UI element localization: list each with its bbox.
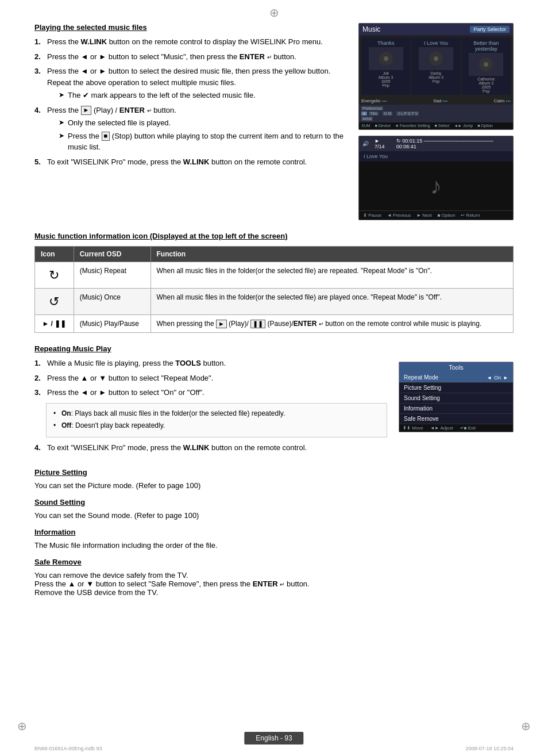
info-table: Icon Current OSD Function ↻ (Music) Repe… — [34, 246, 514, 333]
preference-bar: Preference ■ Title G M J L P S T V Artis… — [359, 105, 513, 122]
section1-title: Playing the selected music files — [34, 23, 347, 32]
music-ui-header: Music Party Selector — [359, 24, 513, 35]
osd-repeat: (Music) Repeat — [74, 262, 150, 289]
col-icon: Icon — [35, 247, 74, 262]
tools-item-info: Information — [399, 404, 513, 414]
player-bottom-nav: ⏸ Pause ◄ Previous ► Next ■ Option ↩ Ret… — [359, 210, 513, 220]
album-art-2: ♪ — [419, 47, 453, 70]
album-art-3: ♪ — [469, 53, 503, 76]
func-repeat: When all music files in the folder(or th… — [150, 262, 514, 289]
svg-text:♪: ♪ — [384, 55, 388, 63]
col-function: Function — [150, 247, 514, 262]
tools-footer: ⬆⬇ Move ◄► Adjust ↵■ Exit — [399, 424, 513, 432]
func-once: When all music files in the folder(or th… — [150, 289, 514, 315]
section-picture: Picture Setting You can set the Picture … — [34, 468, 514, 490]
step-2: 2. Press the ◄ or ► button to select "Mu… — [34, 51, 347, 63]
tools-item-repeat-mode: Repeat Mode ◄ On ► — [399, 373, 513, 383]
tools-ui: Tools Repeat Mode ◄ On ► Picture Setting… — [399, 362, 514, 432]
picture-setting-text: You can set the Picture mode. (Refer to … — [34, 481, 514, 490]
repeat-steps-list: 1. While a Music file is playing, press … — [34, 358, 387, 398]
music-grid: Thanks ♪ JoliAlbum 32005Pop I Love You ♪… — [359, 35, 513, 97]
crosshair-top-icon: ⊕ — [269, 6, 279, 20]
picture-setting-title: Picture Setting — [34, 468, 514, 477]
osd-playpause: (Music) Play/Pause — [74, 315, 150, 333]
repeat-step-1: 1. While a Music file is playing, press … — [34, 358, 387, 369]
tools-header: Tools — [399, 362, 513, 373]
step-3: 3. Press the ◄ or ► button to select the… — [34, 66, 347, 101]
section-repeat: Repeating Music Play 1. While a Music fi… — [34, 344, 514, 456]
svg-text:♪: ♪ — [484, 60, 488, 68]
safe-remove-text2: Press the ▲ or ▼ button to select "Safe … — [34, 580, 514, 588]
section2-title: Repeating Music Play — [34, 344, 387, 353]
table-row: ↺ (Music) Once When all music files in t… — [35, 289, 514, 315]
bullet-off: • Off: Doesn't play back repeatedly. — [53, 420, 380, 431]
table-row: ► / ❚❚ (Music) Play/Pause When pressing … — [35, 315, 514, 333]
playing-music-text: Playing the selected music files 1. Pres… — [34, 23, 347, 220]
music-card-3: Better than yesterday ♪ CatherineAlbum 3… — [462, 37, 511, 95]
repeat-bullets-box: • On: Plays back all music files in the … — [46, 403, 387, 438]
repeat-step-2: 2. Press the ▲ or ▼ button to select "Re… — [34, 373, 387, 384]
music-note-icon: ♪ — [430, 173, 442, 199]
table-title: Music function information icon (Display… — [34, 232, 514, 240]
table-row: ↻ (Music) Repeat When all music files in… — [35, 262, 514, 289]
safe-remove-text1: You can remove the device safely from th… — [34, 571, 514, 580]
safe-remove-text3: Remove the USB device from the TV. — [34, 588, 514, 597]
osd-once: (Music) Once — [74, 289, 150, 315]
step-4-sub1: ➤ Only the selected file is played. — [59, 117, 347, 129]
tools-item-sound: Sound Setting — [399, 393, 513, 404]
step-4: 4. Press the ► (Play) / ENTER ↵ button. … — [34, 105, 347, 153]
table-header-row: Icon Current OSD Function — [35, 247, 514, 262]
sound-setting-text: You can set the Sound mode. (Refer to pa… — [34, 511, 514, 520]
tools-item-safe-remove: Safe Remove — [399, 414, 513, 424]
tools-item-picture: Picture Setting — [399, 383, 513, 393]
music-party-btn: Party Selector — [470, 26, 510, 33]
album-art-1: ♪ — [369, 47, 403, 70]
repeat-step-4: 4. To exit "WISELINK Pro" mode, press th… — [34, 442, 387, 454]
steps-list: 1. Press the W.LINK button on the remote… — [34, 36, 347, 167]
mood-bar: Energetic ••• Sad ••• Calm ••• — [359, 97, 513, 105]
player-body: ♪ — [359, 162, 513, 210]
music-ui-title: Music — [362, 25, 380, 33]
section-information: Information The Music file information i… — [34, 528, 514, 550]
page-footer: English - 93 — [244, 732, 303, 745]
icon-repeat-all: ↻ — [35, 262, 74, 289]
repeat-text: Repeating Music Play 1. While a Music fi… — [34, 344, 387, 456]
col-osd: Current OSD — [74, 247, 150, 262]
repeat-step4-list: 4. To exit "WISELINK Pro" mode, press th… — [34, 442, 387, 454]
screenshots-column: Music Party Selector Thanks ♪ JoliAlbum … — [358, 23, 514, 220]
section-safe-remove: Safe Remove You can remove the device sa… — [34, 558, 514, 597]
safe-remove-title: Safe Remove — [34, 558, 514, 566]
repeat-step-3: 3. Press the ◄ or ► button to select "On… — [34, 387, 387, 398]
step-3-sub: ➤ The ✔ mark appears to the left of the … — [59, 90, 347, 101]
footer-file-info: BN68-01691A-00Eng.indb 93 — [34, 746, 102, 751]
music-card-2: I Love You ♪ DarbyAlbum 3Pop — [411, 37, 460, 95]
information-title: Information — [34, 528, 514, 536]
section-playing-music: Playing the selected music files 1. Pres… — [34, 23, 514, 220]
icon-play-pause: ► / ❚❚ — [35, 315, 74, 333]
icon-repeat-once: ↺ — [35, 289, 74, 315]
func-playpause: When pressing the ► (Play)/ ❚❚ (Pause)/E… — [150, 315, 514, 333]
step-5: 5. To exit "WISELINK Pro" mode, press th… — [34, 156, 347, 168]
sound-setting-title: Sound Setting — [34, 498, 514, 506]
player-ui: 🔊 ► 7/14 ↻ 00:01:15 ─────────────────── … — [358, 136, 514, 220]
step-1: 1. Press the W.LINK button on the remote… — [34, 36, 347, 48]
crosshair-bottom-right-icon: ⊕ — [521, 719, 531, 733]
step-4-sub2: ➤ Press the ■ (Stop) button while playin… — [59, 131, 347, 153]
footer-label: English - 93 — [256, 734, 292, 742]
section-sound: Sound Setting You can set the Sound mode… — [34, 498, 514, 520]
page: ⊕ Playing the selected music files 1. Pr… — [0, 0, 548, 756]
music-bottom-nav: SUM ■ Device ★ Favorites Setting ■ Selec… — [359, 122, 513, 129]
player-header: 🔊 ► 7/14 ↻ 00:01:15 ─────────────────── … — [359, 136, 513, 151]
bullet-on: • On: Plays back all music files in the … — [53, 408, 380, 419]
svg-text:♪: ♪ — [434, 55, 438, 63]
footer-date-info: 2008-07-18 10:25:04 — [465, 746, 514, 751]
music-browser-ui: Music Party Selector Thanks ♪ JoliAlbum … — [358, 23, 514, 130]
crosshair-bottom-left-icon: ⊕ — [17, 719, 27, 733]
table-section: Music function information icon (Display… — [34, 232, 514, 333]
music-card-1: Thanks ♪ JoliAlbum 32005Pop — [361, 37, 410, 95]
information-text: The Music file information including the… — [34, 541, 514, 550]
